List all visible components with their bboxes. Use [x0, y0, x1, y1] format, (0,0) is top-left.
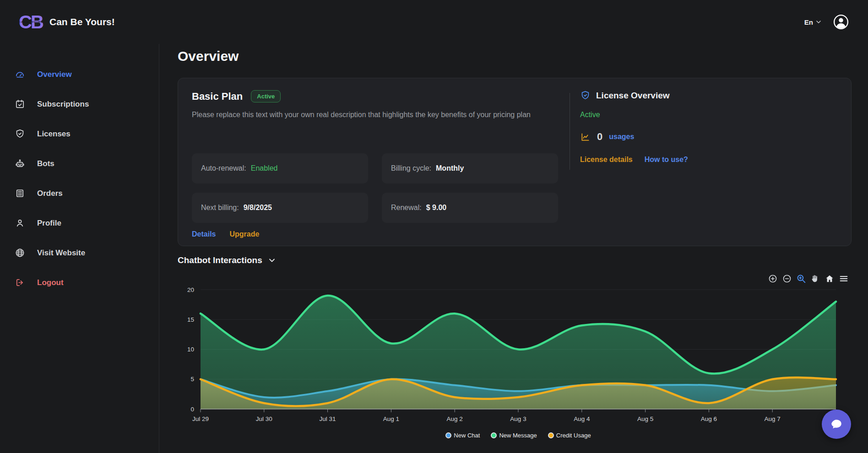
svg-text:20: 20	[187, 286, 194, 293]
legend-item-new-message[interactable]: New Message	[491, 432, 537, 439]
header-right: En	[804, 13, 850, 31]
field-value: Enabled	[251, 164, 278, 173]
svg-text:5: 5	[190, 376, 194, 383]
plan-description: Please replace this text with your own r…	[192, 109, 558, 121]
field-value: Monthly	[436, 164, 464, 173]
chevron-down-icon	[816, 19, 821, 25]
chart-header: Chatbot Interactions	[178, 255, 276, 265]
chart-container: 05101520Jul 29Jul 30Jul 31Aug 1Aug 2Aug …	[178, 271, 852, 448]
license-details-link[interactable]: License details	[580, 156, 633, 164]
legend-item-new-chat[interactable]: New Chat	[445, 432, 480, 439]
legend-marker	[491, 432, 497, 438]
legend-marker	[548, 432, 554, 438]
sidebar-item-label: Licenses	[37, 129, 71, 139]
sidebar-item-label: Profile	[37, 219, 61, 228]
plan-title: Basic Plan	[192, 91, 243, 102]
svg-text:10: 10	[187, 346, 194, 353]
x-axis: Jul 29Jul 30Jul 31Aug 1Aug 2Aug 3Aug 4Au…	[192, 409, 836, 422]
sidebar-item-overview[interactable]: Overview	[0, 59, 159, 89]
user-avatar-icon	[832, 13, 850, 31]
user-icon	[15, 218, 25, 228]
globe-icon	[15, 248, 25, 258]
plan-section: Basic Plan Active Please replace this te…	[192, 90, 568, 121]
robot-icon	[15, 158, 25, 169]
chat-bubble-icon	[830, 417, 843, 431]
svg-text:Aug 1: Aug 1	[383, 415, 399, 422]
pan-icon[interactable]	[810, 274, 820, 284]
chart-toolbar	[768, 274, 849, 284]
svg-text:Aug 3: Aug 3	[510, 415, 526, 422]
zoom-in-icon[interactable]	[768, 274, 778, 284]
sidebar-item-subscriptions[interactable]: Subscriptions	[0, 89, 159, 119]
sidebar-item-logout[interactable]: Logout	[0, 268, 159, 297]
language-label: En	[804, 18, 813, 26]
svg-text:0: 0	[190, 406, 194, 413]
top-header: CB CAN BE YOURS Can Be Yours! En	[0, 0, 868, 44]
logout-icon	[15, 277, 25, 288]
svg-text:15: 15	[187, 316, 194, 323]
legend-marker	[445, 432, 451, 438]
chart-dropdown-chevron-icon[interactable]	[268, 256, 276, 264]
brand-logo[interactable]: CB CAN BE YOURS	[18, 11, 43, 33]
license-status: Active	[580, 111, 688, 119]
logo-strip-text: CAN BE YOURS	[18, 21, 43, 23]
plan-status-badge: Active	[251, 90, 281, 102]
plan-field-tile: Billing cycle:Monthly	[382, 153, 558, 183]
reset-zoom-icon[interactable]	[825, 274, 835, 284]
brand-title: Can Be Yours!	[49, 16, 115, 27]
language-selector[interactable]: En	[804, 18, 821, 26]
plan-card: Basic Plan Active Please replace this te…	[178, 78, 852, 246]
user-avatar[interactable]	[832, 13, 850, 31]
selection-zoom-icon[interactable]	[796, 274, 806, 284]
zoom-out-icon[interactable]	[782, 274, 792, 284]
plan-detail-tiles: Auto-renewal:EnabledBilling cycle:Monthl…	[192, 153, 558, 223]
sidebar-item-licenses[interactable]: Licenses	[0, 119, 159, 149]
upgrade-link[interactable]: Upgrade	[229, 230, 259, 238]
legend-label: Credit Usage	[556, 432, 591, 439]
y-axis-labels: 05101520	[187, 286, 194, 413]
calendar-check-icon	[15, 99, 25, 109]
legend-label: New Chat	[454, 432, 480, 439]
svg-text:Aug 2: Aug 2	[447, 415, 463, 422]
how-to-use-link[interactable]: How to use?	[645, 156, 688, 164]
receipt-icon	[15, 188, 25, 199]
svg-text:Jul 30: Jul 30	[256, 415, 272, 422]
svg-text:Jul 31: Jul 31	[320, 415, 336, 422]
brand: CB CAN BE YOURS Can Be Yours!	[18, 11, 115, 33]
legend-label: New Message	[499, 432, 537, 439]
gauge-icon	[15, 69, 25, 80]
chart-legend: New ChatNew MessageCredit Usage	[201, 432, 836, 439]
menu-icon[interactable]	[839, 274, 849, 284]
page-title: Overview	[178, 49, 239, 64]
interactions-chart: 05101520Jul 29Jul 30Jul 31Aug 1Aug 2Aug …	[178, 271, 852, 448]
sidebar-item-label: Bots	[37, 159, 54, 168]
sidebar-item-visit-website[interactable]: Visit Website	[0, 238, 159, 268]
plan-field-tile: Renewal:$ 9.00	[382, 193, 558, 223]
svg-text:Aug 5: Aug 5	[637, 415, 653, 422]
chart-line-icon	[580, 132, 591, 142]
svg-text:Aug 4: Aug 4	[574, 415, 590, 422]
field-label: Billing cycle:	[391, 164, 431, 173]
sidebar-item-label: Orders	[37, 189, 63, 198]
card-divider	[570, 93, 570, 170]
plan-field-tile: Auto-renewal:Enabled	[192, 153, 368, 183]
field-value: 9/8/2025	[244, 204, 272, 212]
license-overview-section: License Overview Active 0 usages License…	[580, 90, 688, 164]
chat-fab-button[interactable]	[822, 410, 851, 439]
details-link[interactable]: Details	[192, 230, 216, 238]
field-label: Next billing:	[201, 204, 239, 212]
sidebar-item-bots[interactable]: Bots	[0, 149, 159, 178]
sidebar-item-label: Visit Website	[37, 248, 85, 258]
sidebar-item-profile[interactable]: Profile	[0, 208, 159, 238]
sidebar-nav: OverviewSubscriptionsLicensesBotsOrdersP…	[0, 59, 159, 297]
app-root: CB CAN BE YOURS Can Be Yours! En Overvie…	[0, 0, 868, 453]
field-label: Renewal:	[391, 204, 422, 212]
field-label: Auto-renewal:	[201, 164, 246, 173]
plan-field-tile: Next billing:9/8/2025	[192, 193, 368, 223]
svg-text:Aug 6: Aug 6	[701, 415, 717, 422]
svg-text:Jul 29: Jul 29	[192, 415, 209, 422]
sidebar-item-orders[interactable]: Orders	[0, 178, 159, 208]
usage-count: 0	[597, 131, 602, 143]
usages-link[interactable]: usages	[609, 133, 634, 141]
legend-item-credit-usage[interactable]: Credit Usage	[548, 432, 591, 439]
